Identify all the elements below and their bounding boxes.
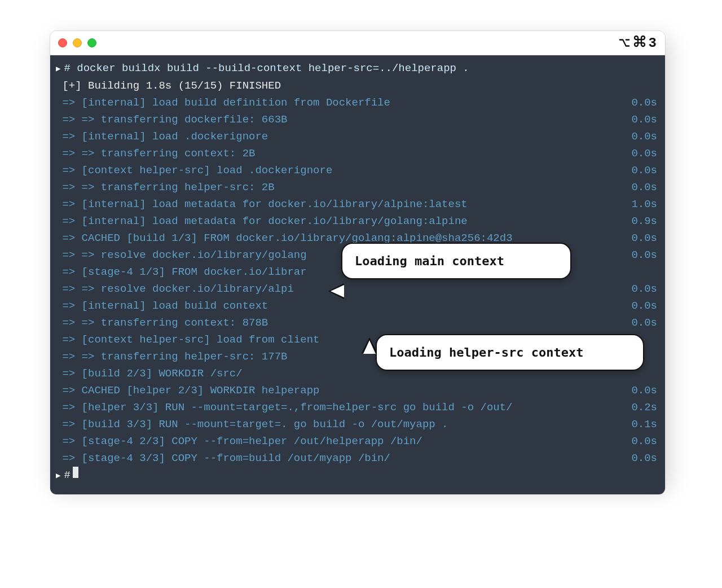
build-line: => => transferring helper-src: 2B0.0s xyxy=(56,179,657,196)
titlebar: 3 xyxy=(50,31,665,55)
command-key-icon xyxy=(633,34,646,52)
prompt-hash: # xyxy=(64,60,70,77)
build-line: => [helper 3/3] RUN --mount=target=.,fro… xyxy=(56,399,657,416)
build-line: => [internal] load .dockerignore0.0s xyxy=(56,128,657,145)
close-icon[interactable] xyxy=(58,38,67,47)
prompt-hash: # xyxy=(64,467,70,484)
callout-main-context: Loading main context xyxy=(341,243,571,279)
final-prompt: ▶ # xyxy=(56,467,657,484)
traffic-lights xyxy=(58,38,96,47)
status-line: [+] Building 1.8s (15/15) FINISHED xyxy=(56,77,657,94)
stage: 3 ▶ # docker buildx build --build-contex… xyxy=(0,0,722,588)
prompt-triangle-icon: ▶ xyxy=(56,60,60,77)
build-line: => => transferring context: 2B0.0s xyxy=(56,145,657,162)
build-line: => [internal] load metadata for docker.i… xyxy=(56,213,657,230)
build-line: => [stage-4 2/3] COPY --from=helper /out… xyxy=(56,433,657,450)
callout-text: Loading helper-src context xyxy=(389,345,583,359)
build-line: => [build 3/3] RUN --mount=target=. go b… xyxy=(56,416,657,433)
build-line: => [internal] load metadata for docker.i… xyxy=(56,196,657,213)
build-line: => => resolve docker.io/library/alpi0.0s xyxy=(56,280,657,297)
minimize-icon[interactable] xyxy=(73,38,82,47)
build-line: => [context helper-src] load .dockerigno… xyxy=(56,162,657,179)
callout-text: Loading main context xyxy=(355,254,504,268)
callout-tail xyxy=(363,340,376,354)
build-line: => [internal] load build context0.0s xyxy=(56,297,657,314)
prompt-command: docker buildx build --build-context help… xyxy=(71,60,469,77)
build-line: => => transferring context: 878B0.0s xyxy=(56,314,657,331)
option-key-icon xyxy=(618,37,631,49)
prompt-line: ▶ # docker buildx build --build-context … xyxy=(56,60,657,77)
titlebar-right: 3 xyxy=(618,34,657,52)
titlebar-shortcut-number: 3 xyxy=(649,36,657,51)
build-line: => [stage-4 3/3] COPY --from=build /out/… xyxy=(56,450,657,467)
callout-helper-context: Loading helper-src context xyxy=(376,334,644,371)
zoom-icon[interactable] xyxy=(87,38,96,47)
callout-tail xyxy=(331,285,344,297)
build-line: => CACHED [helper 2/3] WORKDIR helperapp… xyxy=(56,382,657,399)
cursor-icon xyxy=(73,467,78,478)
build-line: => [internal] load build definition from… xyxy=(56,94,657,111)
prompt-triangle-icon: ▶ xyxy=(56,467,60,484)
build-line: => => transferring dockerfile: 663B0.0s xyxy=(56,111,657,128)
